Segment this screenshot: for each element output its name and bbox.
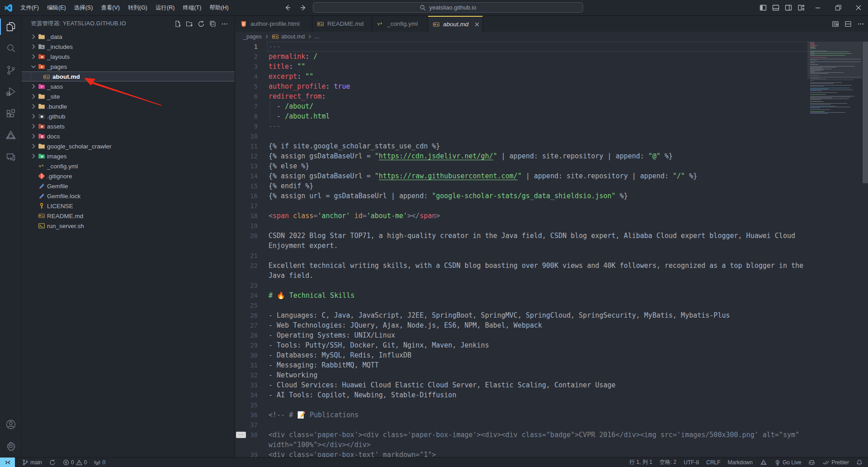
tree-item-run_server.sh[interactable]: run_server.sh: [22, 221, 235, 231]
layout-sidebar-icon[interactable]: [757, 4, 769, 11]
tab-author-profile.html[interactable]: author-profile.html: [236, 16, 312, 32]
tree-item-.gitignore[interactable]: .gitignore: [22, 171, 235, 181]
split-editor-icon[interactable]: [844, 20, 852, 28]
line-number: 14: [236, 171, 258, 181]
code-line-text: [269, 420, 811, 430]
breadcrumb-_pages[interactable]: _pages: [243, 33, 262, 40]
activity-source-control[interactable]: [0, 59, 22, 81]
tree-item-.bundle[interactable]: .bundle: [22, 101, 235, 111]
tree-item-assets[interactable]: assets: [22, 121, 235, 131]
status-git-branch[interactable]: main: [22, 459, 42, 466]
status-ports[interactable]: 0: [94, 459, 105, 466]
editor-pane[interactable]: 1---2permalink: /3title: ""4excerpt: ""5…: [236, 42, 868, 457]
tree-item-label: docs: [47, 133, 60, 140]
arrow-right-icon[interactable]: [300, 4, 307, 11]
close-icon[interactable]: [474, 21, 480, 28]
activity-account[interactable]: [0, 414, 22, 435]
tree-item-Gemfile[interactable]: Gemfile: [22, 181, 235, 191]
menu-run[interactable]: 运行(R): [151, 0, 179, 15]
tree-item-_pages[interactable]: _pages: [22, 62, 235, 71]
activity-chat[interactable]: [0, 146, 22, 168]
code-line-6: 6redirect_from:: [236, 91, 811, 101]
minimap[interactable]: [807, 42, 862, 457]
tab-_config.yml[interactable]: _config.yml: [372, 16, 428, 32]
activity-extensions[interactable]: [0, 103, 22, 124]
menu-help[interactable]: 帮助(H): [205, 0, 232, 15]
line-number: 13: [236, 161, 258, 171]
activity-explorer[interactable]: [0, 16, 22, 38]
activity-extension-penrose[interactable]: [0, 124, 22, 146]
tree-item-Gemfile.lock[interactable]: Gemfile.lock: [22, 191, 235, 201]
tree-item-_sass[interactable]: _sass: [22, 81, 235, 91]
editor-scrollbar[interactable]: [863, 42, 868, 183]
tree-item-label: assets: [47, 123, 65, 130]
tree-item-.github[interactable]: .github: [22, 111, 235, 121]
status-problems[interactable]: 00: [63, 459, 87, 466]
status-encoding[interactable]: UTF-8: [684, 459, 699, 466]
activity-bar-top: [0, 16, 21, 168]
tree-item-README.md[interactable]: README.md: [22, 211, 235, 221]
layout-panel-icon[interactable]: [769, 4, 782, 11]
status-indentation[interactable]: 空格: 2: [660, 458, 676, 466]
menu-go[interactable]: 转到(G): [124, 0, 151, 15]
breadcrumb-...[interactable]: ...: [315, 33, 319, 40]
status-language-mode[interactable]: Markdown: [728, 459, 753, 466]
new-folder-icon[interactable]: [186, 20, 193, 28]
new-file-icon[interactable]: [174, 20, 181, 28]
open-preview-icon[interactable]: [832, 20, 839, 28]
restore-icon[interactable]: [828, 0, 848, 15]
tree-item-_data[interactable]: _data: [22, 32, 235, 42]
tree-item-_layouts[interactable]: _layouts: [22, 52, 235, 62]
tree-item-LICENSE[interactable]: LICENSE: [22, 201, 235, 211]
status-sync[interactable]: [49, 459, 56, 466]
tab-about.md[interactable]: about.md: [428, 16, 483, 32]
tree-item-google_scholar_crawler[interactable]: google_scholar_crawler: [22, 141, 235, 151]
chevron-right-icon: [30, 113, 37, 120]
status-copilot[interactable]: [808, 459, 815, 466]
more-icon[interactable]: [221, 20, 228, 28]
tree-item-label: run_server.sh: [47, 223, 84, 229]
status-prettier[interactable]: Prettier: [822, 459, 849, 466]
collapse-all-icon[interactable]: [209, 20, 217, 28]
tree-item-_includes[interactable]: _includes: [22, 42, 235, 52]
tab-README.md[interactable]: README.md: [312, 16, 372, 32]
code-line-24: 24# 🔥 Technical Skills: [236, 291, 811, 300]
tree-item-about.md[interactable]: about.md: [22, 71, 235, 81]
more-icon[interactable]: [857, 20, 864, 28]
menu-selection[interactable]: 选择(S): [70, 0, 97, 15]
status-eol[interactable]: CRLF: [706, 459, 720, 466]
tree-item-label: LICENSE: [47, 203, 73, 210]
menu-terminal[interactable]: 终端(T): [179, 0, 205, 15]
command-center-search[interactable]: yeatsliao.github.io: [313, 2, 583, 13]
status-label: 行 1, 列 1: [629, 458, 652, 466]
activity-run-and-debug[interactable]: [0, 81, 22, 103]
minimap-slider[interactable]: [807, 42, 862, 79]
code-content: 1---2permalink: /3title: ""4excerpt: ""5…: [236, 42, 811, 457]
status-notifications[interactable]: [856, 459, 863, 466]
activity-search[interactable]: [0, 38, 22, 59]
breadcrumb-about.md[interactable]: about.md: [272, 33, 305, 40]
image-preview-gutter-thumbnail[interactable]: --: [236, 432, 246, 438]
menu-view[interactable]: 查看(V): [97, 0, 124, 15]
arrow-left-icon[interactable]: [284, 4, 291, 11]
folder-images-icon: [38, 152, 45, 160]
status-cursor-position[interactable]: 行 1, 列 1: [629, 458, 652, 466]
tree-item-docs[interactable]: docs: [22, 131, 235, 141]
menu-file[interactable]: 文件(F): [16, 0, 43, 15]
activity-settings[interactable]: [0, 435, 22, 457]
close-icon[interactable]: [848, 0, 868, 15]
remote-indicator[interactable]: [0, 457, 15, 467]
menu-edit[interactable]: 编辑(E): [43, 0, 70, 15]
minimize-icon[interactable]: [807, 0, 828, 15]
tree-item-_config.yml[interactable]: _config.yml: [22, 161, 235, 171]
tree-item-_site[interactable]: _site: [22, 91, 235, 101]
layout-sidebar-right-icon[interactable]: [782, 4, 795, 11]
layout-customize-icon[interactable]: [795, 4, 807, 11]
status-go-live[interactable]: Go Live: [774, 459, 801, 466]
code-line-7: 7 - /about/: [236, 101, 811, 111]
refresh-icon[interactable]: [198, 20, 205, 28]
tree-item-images[interactable]: images: [22, 151, 235, 161]
code-line-35: 35: [236, 400, 811, 410]
code-line-11: 11{% if site.google_scholar_stats_use_cd…: [236, 141, 811, 151]
status-extension-penrose-status[interactable]: [760, 459, 767, 466]
